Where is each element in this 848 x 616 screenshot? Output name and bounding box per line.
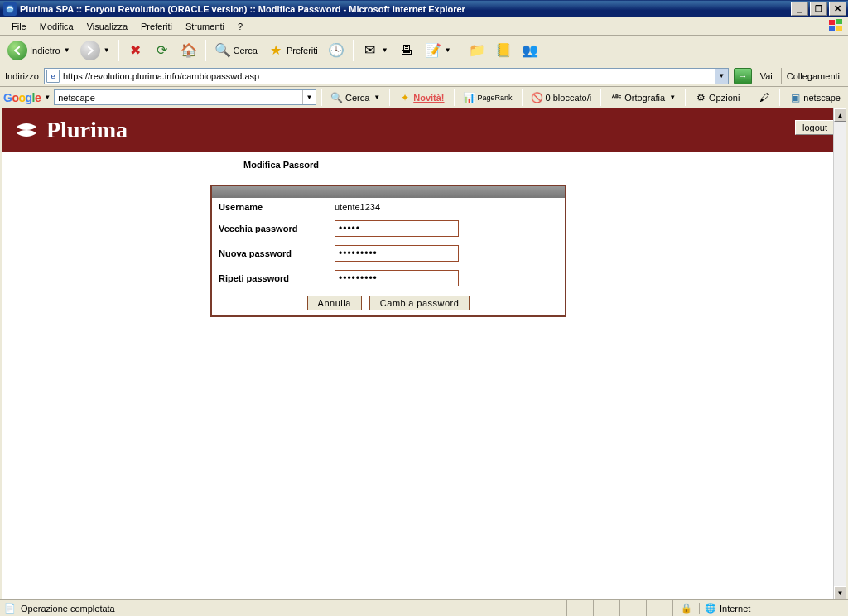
edit-icon: 📝	[425, 42, 441, 59]
svg-rect-3	[829, 26, 835, 31]
address-combo[interactable]: e ▼	[44, 68, 729, 84]
highlight-icon: 🖍	[759, 92, 770, 103]
scroll-track[interactable]	[834, 122, 846, 586]
discuss-button[interactable]: 📁	[465, 39, 489, 62]
mail-button[interactable]: ✉▼	[358, 39, 393, 62]
ie-icon	[3, 2, 17, 16]
toolbar-separator	[118, 40, 119, 61]
book-icon: 📒	[495, 42, 512, 59]
google-popup-blocker-button[interactable]: 🚫0 bloccato/i	[528, 89, 596, 106]
folder-icon: 📁	[469, 42, 485, 59]
close-button[interactable]: ✕	[829, 2, 846, 16]
term-icon: ▣	[789, 92, 801, 103]
page-body: Modifica Passord Username utente1234 Vec…	[2, 152, 846, 599]
google-pagerank-button[interactable]: 📊PageRank	[460, 89, 517, 106]
search-button[interactable]: 🔍Cerca	[210, 39, 262, 62]
menu-visualizza[interactable]: Visualizza	[80, 20, 134, 33]
google-novita-button[interactable]: ✦Novità!	[395, 89, 448, 106]
gear-icon: ⚙	[695, 92, 706, 103]
panel-header	[212, 186, 565, 198]
scroll-down-button[interactable]: ▼	[834, 586, 846, 599]
chevron-down-icon: ▼	[382, 46, 388, 54]
google-term-button[interactable]: ▣netscape	[785, 89, 845, 106]
edit-button[interactable]: 📝▼	[421, 39, 455, 62]
restore-button[interactable]: ❐	[810, 2, 827, 16]
menu-file[interactable]: File	[5, 20, 33, 33]
window-title: Plurima SPA :: Foryou Revolution (ORACLE…	[20, 4, 791, 14]
chevron-down-icon: ▼	[64, 46, 70, 54]
plurima-logo: Plurima	[13, 117, 128, 143]
repeat-password-input[interactable]	[335, 270, 459, 286]
google-options-button[interactable]: ⚙Opzioni	[691, 89, 744, 106]
go-label: Vai	[757, 71, 776, 81]
forward-button[interactable]: ▼	[76, 39, 114, 62]
toolbar-separator	[205, 40, 206, 61]
window-titlebar: Plurima SPA :: Foryou Revolution (ORACLE…	[0, 0, 848, 17]
username-label: Username	[212, 198, 328, 216]
google-search-dropdown[interactable]: ▼	[302, 90, 316, 104]
google-search-box[interactable]: ▼	[54, 89, 316, 105]
old-password-input[interactable]	[335, 220, 459, 237]
security-zone[interactable]: 🌐 Internet	[699, 603, 848, 614]
forward-arrow-icon	[80, 41, 100, 60]
page-icon: 📄	[3, 603, 17, 614]
messenger-button[interactable]: 👥	[518, 39, 542, 62]
app-header: Plurima logout	[2, 108, 846, 152]
menu-help[interactable]: ?	[231, 20, 249, 33]
google-logo[interactable]: Google	[3, 91, 41, 104]
favorites-button[interactable]: ★Preferiti	[263, 39, 322, 62]
vertical-scrollbar[interactable]: ▲ ▼	[833, 108, 846, 599]
pagerank-icon: 📊	[464, 92, 475, 103]
stop-icon: ✖	[128, 42, 144, 59]
home-button[interactable]: 🏠	[176, 39, 201, 62]
google-highlight-button[interactable]: 🖍	[754, 89, 774, 106]
standard-toolbar: Indietro ▼ ▼ ✖ ⟳ 🏠 🔍Cerca ★Preferiti 🕓 ✉…	[0, 36, 848, 65]
brand-name: Plurima	[46, 117, 128, 143]
change-password-button[interactable]: Cambia password	[369, 296, 470, 310]
go-button[interactable]: →	[734, 68, 752, 84]
cancel-button[interactable]: Annulla	[307, 296, 362, 310]
refresh-icon: ⟳	[154, 42, 171, 59]
new-password-input[interactable]	[335, 245, 459, 262]
google-search-button[interactable]: 🔍Cerca▼	[327, 89, 384, 106]
chevron-down-icon: ▼	[445, 46, 451, 54]
chevron-down-icon: ▼	[104, 46, 110, 54]
history-icon: 🕓	[328, 42, 344, 59]
star-icon: ★	[267, 42, 284, 59]
address-dropdown[interactable]: ▼	[715, 69, 728, 84]
print-button[interactable]: 🖶	[394, 39, 419, 62]
address-input[interactable]	[63, 71, 715, 81]
logout-button[interactable]: logout	[795, 120, 835, 135]
svg-rect-4	[836, 26, 842, 31]
history-button[interactable]: 🕓	[324, 39, 349, 62]
chevron-down-icon[interactable]: ▼	[44, 94, 51, 101]
toolbar-separator	[353, 40, 354, 61]
print-icon: 🖶	[398, 42, 415, 59]
svg-rect-1	[829, 20, 835, 25]
browser-content: Plurima logout Modifica Passord Username…	[0, 108, 848, 599]
toolbar-separator	[460, 40, 460, 61]
people-icon: 👥	[522, 42, 538, 59]
username-value: utente1234	[328, 198, 565, 216]
minimize-button[interactable]: _	[791, 2, 808, 16]
windows-logo-icon	[828, 18, 845, 33]
search-icon: 🔍	[331, 92, 343, 103]
lock-icon: 🔒	[681, 603, 692, 614]
svg-rect-2	[836, 19, 842, 24]
star-icon: ✦	[399, 92, 411, 103]
back-button[interactable]: Indietro ▼	[3, 39, 75, 62]
links-label[interactable]: Collegamenti	[781, 68, 845, 84]
change-password-panel: Username utente1234 Vecchia password Nuo…	[210, 185, 566, 317]
google-search-input[interactable]	[55, 93, 302, 103]
research-button[interactable]: 📒	[491, 39, 516, 62]
page-title: Modifica Passord	[243, 160, 319, 170]
stop-button[interactable]: ✖	[123, 39, 148, 62]
scroll-up-button[interactable]: ▲	[834, 108, 846, 122]
menu-bar: File Modifica Visualizza Preferiti Strum…	[0, 17, 848, 36]
menu-strumenti[interactable]: Strumenti	[179, 20, 231, 33]
refresh-button[interactable]: ⟳	[150, 39, 175, 62]
menu-preferiti[interactable]: Preferiti	[134, 20, 179, 33]
menu-modifica[interactable]: Modifica	[33, 20, 80, 33]
spellcheck-icon: ᴬᴮᶜ	[610, 92, 622, 103]
google-spellcheck-button[interactable]: ᴬᴮᶜOrtografia▼	[606, 89, 680, 106]
